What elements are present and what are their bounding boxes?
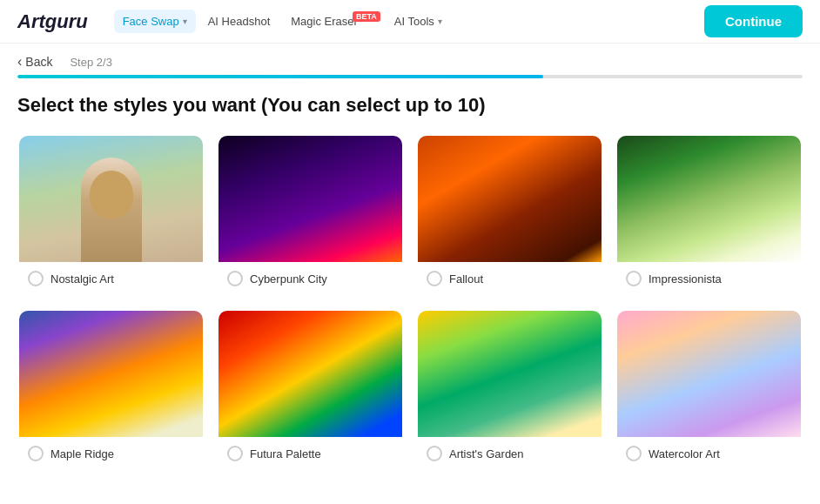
style-radio-artists-garden[interactable] (427, 446, 442, 461)
style-radio-cyberpunk-city[interactable] (227, 271, 243, 286)
nav-ai-headshot-label: AI Headshot (208, 15, 271, 28)
style-image-maple-ridge (19, 311, 203, 437)
style-name-fallout: Fallout (449, 272, 483, 286)
style-radio-maple-ridge[interactable] (28, 446, 44, 461)
back-chevron-icon: ‹ (17, 54, 22, 70)
main-content: ‹ Back Step 2/3 Select the styles you wa… (0, 44, 820, 489)
style-radio-nostalgic-art[interactable] (28, 271, 44, 286)
nav-magic-eraser[interactable]: Magic Eraser BETA (282, 10, 382, 33)
style-label-row-futura: Futura Palette (218, 437, 402, 470)
style-image-artists-garden (418, 311, 602, 437)
beta-badge: BETA (353, 11, 380, 22)
style-name-watercolor-art: Watercolor Art (649, 447, 720, 460)
style-name-cyberpunk-city: Cyberpunk City (250, 272, 327, 286)
style-card-nostalgic-art[interactable]: Nostalgic Art (17, 134, 205, 297)
style-image-cyberpunk-city (218, 136, 402, 262)
style-card-maple-ridge[interactable]: Maple Ridge (17, 309, 205, 472)
top-bar: ‹ Back Step 2/3 (17, 44, 803, 75)
style-image-fallout (418, 136, 602, 262)
style-label-row-nostalgic: Nostalgic Art (19, 262, 203, 295)
progress-bar (17, 75, 803, 78)
chevron-down-icon: ▾ (183, 17, 187, 26)
style-image-futura-palette (218, 311, 402, 437)
style-label-row-watercolor: Watercolor Art (617, 437, 801, 470)
nav-ai-tools[interactable]: AI Tools ▾ (386, 10, 451, 33)
style-image-impressionista (617, 136, 801, 262)
header: Artguru Face Swap ▾ AI Headshot Magic Er… (0, 0, 820, 44)
style-name-nostalgic-art: Nostalgic Art (50, 272, 114, 286)
style-radio-watercolor-art[interactable] (626, 446, 642, 461)
style-name-futura-palette: Futura Palette (250, 447, 321, 460)
style-card-futura-palette[interactable]: Futura Palette (217, 309, 404, 472)
style-image-nostalgic-art (19, 136, 203, 262)
page-title: Select the styles you want (You can sele… (17, 94, 803, 117)
nav: Face Swap ▾ AI Headshot Magic Eraser BET… (114, 10, 451, 33)
style-label-row-impressionista: Impressionista (617, 262, 801, 295)
back-label: Back (25, 55, 52, 69)
nav-face-swap[interactable]: Face Swap ▾ (114, 10, 196, 33)
step-indicator: Step 2/3 (70, 56, 111, 69)
nav-magic-eraser-label: Magic Eraser (291, 15, 358, 28)
style-label-row-fallout: Fallout (418, 262, 602, 295)
style-label-row-maple: Maple Ridge (19, 437, 203, 470)
style-card-artists-garden[interactable]: Artist's Garden (416, 309, 603, 472)
style-label-row-garden: Artist's Garden (418, 437, 602, 470)
style-card-watercolor-art[interactable]: Watercolor Art (615, 309, 803, 472)
style-card-impressionista[interactable]: Impressionista (615, 134, 803, 297)
nav-ai-tools-label: AI Tools (394, 15, 434, 28)
style-card-cyberpunk-city[interactable]: Cyberpunk City (217, 134, 404, 297)
style-name-impressionista: Impressionista (649, 272, 722, 286)
nav-ai-headshot[interactable]: AI Headshot (199, 10, 279, 33)
style-radio-futura-palette[interactable] (227, 446, 243, 461)
style-card-fallout[interactable]: Fallout (416, 134, 603, 297)
continue-button[interactable]: Continue (704, 5, 803, 37)
nav-face-swap-label: Face Swap (123, 15, 179, 28)
logo: Artguru (17, 10, 88, 33)
style-image-watercolor-art (617, 311, 801, 437)
style-radio-fallout[interactable] (427, 271, 442, 286)
back-button[interactable]: ‹ Back (17, 54, 52, 70)
style-label-row-cyberpunk: Cyberpunk City (218, 262, 402, 295)
style-name-maple-ridge: Maple Ridge (50, 447, 114, 460)
style-name-artists-garden: Artist's Garden (449, 447, 524, 460)
progress-bar-fill (17, 75, 543, 78)
style-radio-impressionista[interactable] (626, 271, 642, 286)
chevron-down-icon-2: ▾ (438, 17, 442, 26)
style-grid: Nostalgic Art Cyberpunk City Fallout I (17, 134, 803, 472)
